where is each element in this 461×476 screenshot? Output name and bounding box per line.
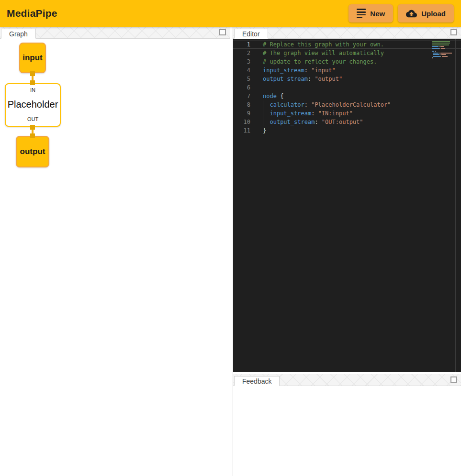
app-title: MediaPipe: [0, 8, 57, 19]
graph-node-input[interactable]: input: [19, 43, 46, 73]
graph-node-output-label: output: [20, 147, 45, 156]
right-column: Editor 1# Replace this graph with your o…: [233, 27, 461, 476]
port-square: [30, 80, 35, 85]
code-text: calculator: "PlaceholderCalculator": [263, 100, 391, 109]
graph-tabbar: Graph: [0, 27, 230, 39]
upload-button-label: Upload: [421, 10, 446, 18]
line-number: 8: [233, 100, 250, 109]
indent-guide: [263, 109, 263, 118]
editor-tabbar: Editor: [233, 27, 461, 39]
port-square: [30, 71, 35, 76]
code-line-5[interactable]: 5output_stream: "output": [233, 75, 461, 83]
line-number: 10: [233, 118, 250, 126]
line-number: 3: [233, 57, 250, 66]
line-number: 6: [233, 83, 250, 92]
code-text: node {: [263, 92, 283, 100]
code-line-9[interactable]: 9 input_stream: "IN:input": [233, 109, 461, 118]
code-text: }: [263, 126, 266, 135]
graph-node-input-label: input: [22, 53, 43, 63]
graph-node-placeholder[interactable]: IN Placeholder OUT: [5, 83, 61, 127]
graph-node-placeholder-label: Placeholder: [8, 99, 58, 110]
code-text: # Replace this graph with your own.: [263, 40, 384, 49]
line-number: 2: [233, 49, 250, 57]
feedback-content: [233, 387, 461, 476]
app-header: MediaPipe New Upload: [0, 0, 461, 27]
code-line-7[interactable]: 7node {: [233, 92, 461, 100]
line-number: 4: [233, 66, 250, 75]
editor-scrollbar[interactable]: [455, 39, 456, 372]
maximize-editor-icon[interactable]: [450, 29, 457, 35]
in-port-label: IN: [30, 87, 35, 93]
code-line-11[interactable]: 11}: [233, 126, 461, 135]
feedback-panel: Feedback: [233, 374, 461, 476]
code-text: input_stream: "IN:input": [263, 109, 353, 118]
code-line-4[interactable]: 4input_stream: "input": [233, 66, 461, 75]
maximize-feedback-icon[interactable]: [450, 376, 457, 383]
line-number: 7: [233, 92, 250, 100]
tab-editor[interactable]: Editor: [234, 29, 268, 39]
tab-editor-label: Editor: [242, 30, 260, 38]
minimap[interactable]: [432, 41, 454, 59]
code-text: output_stream: "OUT:output": [263, 118, 363, 126]
tab-feedback-label: Feedback: [242, 377, 271, 385]
line-number: 1: [233, 40, 250, 49]
indent-guide: [263, 100, 263, 109]
line-number: 9: [233, 109, 250, 118]
code-line-8[interactable]: 8 calculator: "PlaceholderCalculator": [233, 100, 461, 109]
graph-node-output[interactable]: output: [16, 136, 49, 167]
indent-guide: [263, 118, 263, 126]
graph-canvas[interactable]: input IN Placeholder OUT output: [0, 39, 230, 476]
upload-button[interactable]: Upload: [398, 4, 454, 22]
code-text: output_stream: "output": [263, 75, 342, 83]
port-square: [30, 133, 35, 138]
cloud-upload-icon: [406, 8, 417, 19]
code-line-10[interactable]: 10 output_stream: "OUT:output": [233, 118, 461, 126]
header-actions: New Upload: [349, 4, 461, 22]
line-number: 11: [233, 126, 250, 135]
code-text: input_stream: "input": [263, 66, 336, 75]
code-lines: 1# Replace this graph with your own.2# T…: [233, 40, 461, 135]
code-line-1[interactable]: 1# Replace this graph with your own.: [233, 40, 461, 49]
code-line-6[interactable]: 6: [233, 83, 461, 92]
code-line-2[interactable]: 2# The graph view will automatically: [233, 49, 461, 57]
subject-icon: [357, 9, 366, 18]
new-button-label: New: [370, 10, 385, 18]
code-text: # update to reflect your changes.: [263, 57, 377, 66]
code-text: # The graph view will automatically: [263, 49, 384, 57]
out-port-label: OUT: [27, 116, 38, 122]
code-editor[interactable]: 1# Replace this graph with your own.2# T…: [233, 39, 461, 372]
feedback-tabbar: Feedback: [233, 374, 461, 386]
code-line-3[interactable]: 3# update to reflect your changes.: [233, 57, 461, 66]
tab-graph-label: Graph: [9, 30, 28, 38]
tab-feedback[interactable]: Feedback: [234, 376, 280, 386]
new-button[interactable]: New: [349, 4, 393, 22]
graph-panel: Graph input IN Placeholder OUT output: [0, 27, 230, 476]
maximize-graph-icon[interactable]: [219, 29, 226, 35]
editor-panel: Editor 1# Replace this graph with your o…: [233, 27, 461, 372]
tab-graph[interactable]: Graph: [1, 29, 36, 39]
port-square: [30, 125, 35, 130]
line-number: 5: [233, 75, 250, 83]
